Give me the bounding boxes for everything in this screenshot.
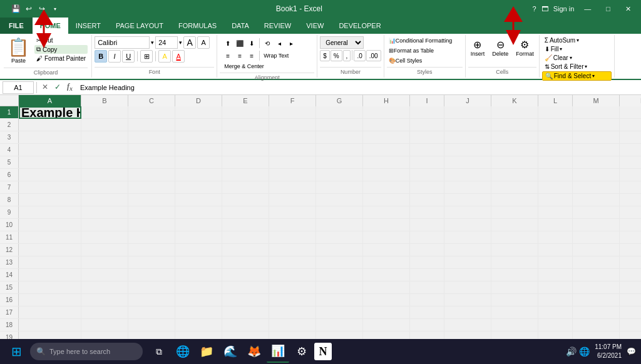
- cell-c4[interactable]: [128, 144, 175, 156]
- cell-g4[interactable]: [316, 144, 363, 156]
- row-num-18[interactable]: 18: [0, 319, 19, 331]
- row-num-9[interactable]: 9: [0, 206, 19, 218]
- col-header-h[interactable]: H: [363, 95, 410, 106]
- cell-m17[interactable]: [573, 306, 620, 319]
- cell-e10[interactable]: [222, 219, 269, 231]
- cell-b3[interactable]: [81, 131, 128, 144]
- cell-n18[interactable]: [620, 319, 641, 331]
- row-num-15[interactable]: 15: [0, 281, 19, 293]
- cell-f3[interactable]: [269, 131, 316, 144]
- cell-d18[interactable]: [175, 319, 222, 331]
- cell-f2[interactable]: [269, 119, 316, 131]
- row-num-17[interactable]: 17: [0, 306, 19, 318]
- cell-d5[interactable]: [175, 156, 222, 169]
- cell-e4[interactable]: [222, 144, 269, 156]
- cell-f10[interactable]: [269, 219, 316, 231]
- cell-f4[interactable]: [269, 144, 316, 156]
- cell-h10[interactable]: [363, 219, 410, 231]
- sort-filter-btn[interactable]: ⇅ Sort & Filter ▾: [542, 63, 612, 71]
- taskbar-search-input[interactable]: [49, 348, 136, 355]
- network-icon[interactable]: 🌐: [579, 346, 590, 356]
- cell-c18[interactable]: [128, 319, 175, 331]
- col-header-d[interactable]: D: [175, 95, 222, 106]
- cell-i6[interactable]: [410, 169, 444, 181]
- cell-l16[interactable]: [538, 294, 573, 306]
- cell-l1[interactable]: [538, 106, 573, 119]
- col-header-n[interactable]: N: [620, 95, 641, 106]
- col-header-j[interactable]: J: [444, 95, 491, 106]
- cell-e16[interactable]: [222, 294, 269, 306]
- font-size-input[interactable]: [155, 36, 178, 49]
- cell-k2[interactable]: [491, 119, 538, 131]
- cell-d16[interactable]: [175, 294, 222, 306]
- cell-d8[interactable]: [175, 194, 222, 206]
- cell-c17[interactable]: [128, 306, 175, 319]
- align-right-btn[interactable]: ≡: [246, 50, 257, 61]
- cell-h11[interactable]: [363, 231, 410, 244]
- cell-l13[interactable]: [538, 256, 573, 269]
- cell-a5[interactable]: [19, 156, 81, 169]
- cell-b15[interactable]: [81, 281, 128, 294]
- cell-e15[interactable]: [222, 281, 269, 294]
- col-header-b[interactable]: B: [81, 95, 128, 106]
- cell-b2[interactable]: [81, 119, 128, 131]
- insert-function-btn[interactable]: fx: [64, 82, 75, 92]
- cell-styles-btn[interactable]: 🎨 Cell Styles: [387, 56, 463, 65]
- cell-h16[interactable]: [363, 294, 410, 306]
- cell-i13[interactable]: [410, 256, 444, 269]
- font-name-input[interactable]: [95, 36, 150, 49]
- cell-c11[interactable]: [128, 231, 175, 244]
- cell-j8[interactable]: [444, 194, 491, 206]
- row-num-10[interactable]: 10: [0, 219, 19, 231]
- cell-h6[interactable]: [363, 169, 410, 181]
- cell-f16[interactable]: [269, 294, 316, 306]
- percent-btn[interactable]: %: [331, 50, 342, 61]
- ribbon-toggle-icon[interactable]: 🗖: [541, 5, 548, 13]
- cell-a13[interactable]: [19, 256, 81, 269]
- cell-k16[interactable]: [491, 294, 538, 306]
- cell-j7[interactable]: [444, 181, 491, 194]
- cell-c1[interactable]: [128, 106, 175, 119]
- cell-g17[interactable]: [316, 306, 363, 319]
- cell-g2[interactable]: [316, 119, 363, 131]
- maximize-btn[interactable]: □: [601, 4, 615, 14]
- cell-j5[interactable]: [444, 156, 491, 169]
- cell-n7[interactable]: [620, 181, 641, 194]
- cell-d14[interactable]: [175, 269, 222, 281]
- cell-l9[interactable]: [538, 206, 573, 219]
- cell-c9[interactable]: [128, 206, 175, 219]
- cell-l4[interactable]: [538, 144, 573, 156]
- cell-e1[interactable]: [222, 106, 269, 119]
- col-header-i[interactable]: I: [410, 95, 444, 106]
- volume-icon[interactable]: 🔊: [566, 346, 577, 356]
- cell-d4[interactable]: [175, 144, 222, 156]
- cell-f18[interactable]: [269, 319, 316, 331]
- cell-i3[interactable]: [410, 131, 444, 144]
- cell-a12[interactable]: [19, 244, 81, 256]
- cell-n12[interactable]: [620, 244, 641, 256]
- cell-f14[interactable]: [269, 269, 316, 281]
- cell-a16[interactable]: [19, 294, 81, 306]
- cell-c14[interactable]: [128, 269, 175, 281]
- minimize-btn[interactable]: —: [579, 4, 596, 14]
- cell-i2[interactable]: [410, 119, 444, 131]
- cell-b5[interactable]: [81, 156, 128, 169]
- cell-m6[interactable]: [573, 169, 620, 181]
- cell-k17[interactable]: [491, 306, 538, 319]
- cell-e17[interactable]: [222, 306, 269, 319]
- cell-k3[interactable]: [491, 131, 538, 144]
- cell-d1[interactable]: [175, 106, 222, 119]
- chrome-icon[interactable]: 🌐: [172, 340, 194, 363]
- cell-b18[interactable]: [81, 319, 128, 331]
- cell-b13[interactable]: [81, 256, 128, 269]
- cell-c8[interactable]: [128, 194, 175, 206]
- cell-a6[interactable]: [19, 169, 81, 181]
- align-left-btn[interactable]: ≡: [222, 50, 233, 61]
- cell-a14[interactable]: [19, 269, 81, 281]
- cell-g6[interactable]: [316, 169, 363, 181]
- row-num-8[interactable]: 8: [0, 194, 19, 206]
- cell-m11[interactable]: [573, 231, 620, 244]
- task-view-btn[interactable]: ⧉: [148, 340, 170, 363]
- cell-h18[interactable]: [363, 319, 410, 331]
- decimal-increase-btn[interactable]: .0: [354, 50, 365, 61]
